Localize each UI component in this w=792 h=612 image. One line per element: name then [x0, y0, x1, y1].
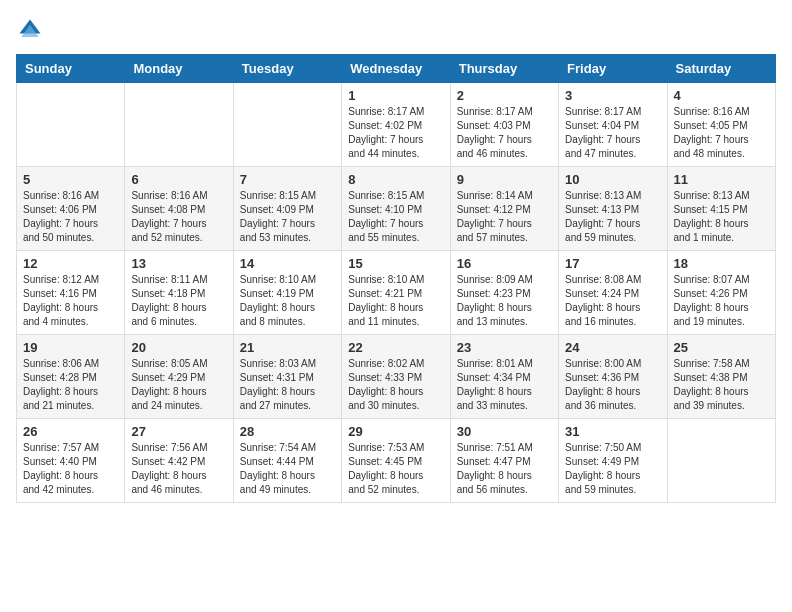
- calendar-cell: [125, 83, 233, 167]
- weekday-header: Tuesday: [233, 55, 341, 83]
- day-info: Sunrise: 8:03 AM Sunset: 4:31 PM Dayligh…: [240, 357, 335, 413]
- calendar-cell: [17, 83, 125, 167]
- day-number: 4: [674, 88, 769, 103]
- day-info: Sunrise: 7:53 AM Sunset: 4:45 PM Dayligh…: [348, 441, 443, 497]
- day-info: Sunrise: 8:10 AM Sunset: 4:21 PM Dayligh…: [348, 273, 443, 329]
- day-number: 26: [23, 424, 118, 439]
- day-info: Sunrise: 8:17 AM Sunset: 4:03 PM Dayligh…: [457, 105, 552, 161]
- day-info: Sunrise: 8:07 AM Sunset: 4:26 PM Dayligh…: [674, 273, 769, 329]
- calendar-week-row: 26Sunrise: 7:57 AM Sunset: 4:40 PM Dayli…: [17, 419, 776, 503]
- logo: [16, 16, 48, 44]
- day-info: Sunrise: 8:08 AM Sunset: 4:24 PM Dayligh…: [565, 273, 660, 329]
- day-number: 23: [457, 340, 552, 355]
- day-number: 2: [457, 88, 552, 103]
- day-number: 21: [240, 340, 335, 355]
- calendar-week-row: 19Sunrise: 8:06 AM Sunset: 4:28 PM Dayli…: [17, 335, 776, 419]
- calendar-cell: 22Sunrise: 8:02 AM Sunset: 4:33 PM Dayli…: [342, 335, 450, 419]
- day-number: 24: [565, 340, 660, 355]
- day-info: Sunrise: 7:56 AM Sunset: 4:42 PM Dayligh…: [131, 441, 226, 497]
- day-number: 9: [457, 172, 552, 187]
- day-number: 6: [131, 172, 226, 187]
- calendar-cell: 31Sunrise: 7:50 AM Sunset: 4:49 PM Dayli…: [559, 419, 667, 503]
- day-info: Sunrise: 8:09 AM Sunset: 4:23 PM Dayligh…: [457, 273, 552, 329]
- calendar-cell: 16Sunrise: 8:09 AM Sunset: 4:23 PM Dayli…: [450, 251, 558, 335]
- calendar-cell: 25Sunrise: 7:58 AM Sunset: 4:38 PM Dayli…: [667, 335, 775, 419]
- calendar-cell: 27Sunrise: 7:56 AM Sunset: 4:42 PM Dayli…: [125, 419, 233, 503]
- calendar-cell: 18Sunrise: 8:07 AM Sunset: 4:26 PM Dayli…: [667, 251, 775, 335]
- calendar-week-row: 1Sunrise: 8:17 AM Sunset: 4:02 PM Daylig…: [17, 83, 776, 167]
- calendar-cell: [667, 419, 775, 503]
- day-info: Sunrise: 8:13 AM Sunset: 4:15 PM Dayligh…: [674, 189, 769, 245]
- calendar-cell: 15Sunrise: 8:10 AM Sunset: 4:21 PM Dayli…: [342, 251, 450, 335]
- day-info: Sunrise: 8:14 AM Sunset: 4:12 PM Dayligh…: [457, 189, 552, 245]
- weekday-header: Monday: [125, 55, 233, 83]
- calendar-cell: 6Sunrise: 8:16 AM Sunset: 4:08 PM Daylig…: [125, 167, 233, 251]
- day-info: Sunrise: 8:06 AM Sunset: 4:28 PM Dayligh…: [23, 357, 118, 413]
- weekday-header: Sunday: [17, 55, 125, 83]
- day-number: 16: [457, 256, 552, 271]
- day-info: Sunrise: 8:17 AM Sunset: 4:02 PM Dayligh…: [348, 105, 443, 161]
- calendar-cell: 23Sunrise: 8:01 AM Sunset: 4:34 PM Dayli…: [450, 335, 558, 419]
- day-number: 11: [674, 172, 769, 187]
- day-number: 17: [565, 256, 660, 271]
- page-header: [16, 16, 776, 44]
- calendar-cell: 19Sunrise: 8:06 AM Sunset: 4:28 PM Dayli…: [17, 335, 125, 419]
- day-number: 31: [565, 424, 660, 439]
- day-info: Sunrise: 7:54 AM Sunset: 4:44 PM Dayligh…: [240, 441, 335, 497]
- calendar-header-row: SundayMondayTuesdayWednesdayThursdayFrid…: [17, 55, 776, 83]
- day-info: Sunrise: 7:57 AM Sunset: 4:40 PM Dayligh…: [23, 441, 118, 497]
- calendar-cell: 26Sunrise: 7:57 AM Sunset: 4:40 PM Dayli…: [17, 419, 125, 503]
- calendar-cell: 29Sunrise: 7:53 AM Sunset: 4:45 PM Dayli…: [342, 419, 450, 503]
- day-info: Sunrise: 8:02 AM Sunset: 4:33 PM Dayligh…: [348, 357, 443, 413]
- day-number: 30: [457, 424, 552, 439]
- day-info: Sunrise: 8:00 AM Sunset: 4:36 PM Dayligh…: [565, 357, 660, 413]
- calendar-cell: 9Sunrise: 8:14 AM Sunset: 4:12 PM Daylig…: [450, 167, 558, 251]
- day-number: 14: [240, 256, 335, 271]
- day-info: Sunrise: 8:15 AM Sunset: 4:09 PM Dayligh…: [240, 189, 335, 245]
- calendar-cell: [233, 83, 341, 167]
- day-number: 3: [565, 88, 660, 103]
- day-number: 25: [674, 340, 769, 355]
- day-number: 8: [348, 172, 443, 187]
- day-number: 28: [240, 424, 335, 439]
- calendar-cell: 10Sunrise: 8:13 AM Sunset: 4:13 PM Dayli…: [559, 167, 667, 251]
- day-number: 5: [23, 172, 118, 187]
- calendar-cell: 24Sunrise: 8:00 AM Sunset: 4:36 PM Dayli…: [559, 335, 667, 419]
- calendar-cell: 2Sunrise: 8:17 AM Sunset: 4:03 PM Daylig…: [450, 83, 558, 167]
- day-info: Sunrise: 8:16 AM Sunset: 4:06 PM Dayligh…: [23, 189, 118, 245]
- calendar-cell: 4Sunrise: 8:16 AM Sunset: 4:05 PM Daylig…: [667, 83, 775, 167]
- day-info: Sunrise: 7:51 AM Sunset: 4:47 PM Dayligh…: [457, 441, 552, 497]
- day-number: 27: [131, 424, 226, 439]
- calendar-cell: 1Sunrise: 8:17 AM Sunset: 4:02 PM Daylig…: [342, 83, 450, 167]
- day-number: 12: [23, 256, 118, 271]
- logo-icon: [16, 16, 44, 44]
- calendar-cell: 5Sunrise: 8:16 AM Sunset: 4:06 PM Daylig…: [17, 167, 125, 251]
- calendar-week-row: 5Sunrise: 8:16 AM Sunset: 4:06 PM Daylig…: [17, 167, 776, 251]
- calendar-table: SundayMondayTuesdayWednesdayThursdayFrid…: [16, 54, 776, 503]
- day-info: Sunrise: 8:12 AM Sunset: 4:16 PM Dayligh…: [23, 273, 118, 329]
- calendar-cell: 11Sunrise: 8:13 AM Sunset: 4:15 PM Dayli…: [667, 167, 775, 251]
- day-number: 22: [348, 340, 443, 355]
- calendar-cell: 28Sunrise: 7:54 AM Sunset: 4:44 PM Dayli…: [233, 419, 341, 503]
- weekday-header: Saturday: [667, 55, 775, 83]
- weekday-header: Friday: [559, 55, 667, 83]
- day-info: Sunrise: 8:16 AM Sunset: 4:05 PM Dayligh…: [674, 105, 769, 161]
- calendar-cell: 21Sunrise: 8:03 AM Sunset: 4:31 PM Dayli…: [233, 335, 341, 419]
- calendar-cell: 8Sunrise: 8:15 AM Sunset: 4:10 PM Daylig…: [342, 167, 450, 251]
- day-info: Sunrise: 8:11 AM Sunset: 4:18 PM Dayligh…: [131, 273, 226, 329]
- weekday-header: Wednesday: [342, 55, 450, 83]
- day-number: 7: [240, 172, 335, 187]
- day-number: 18: [674, 256, 769, 271]
- day-info: Sunrise: 8:16 AM Sunset: 4:08 PM Dayligh…: [131, 189, 226, 245]
- calendar-cell: 20Sunrise: 8:05 AM Sunset: 4:29 PM Dayli…: [125, 335, 233, 419]
- day-number: 19: [23, 340, 118, 355]
- calendar-cell: 3Sunrise: 8:17 AM Sunset: 4:04 PM Daylig…: [559, 83, 667, 167]
- calendar-cell: 17Sunrise: 8:08 AM Sunset: 4:24 PM Dayli…: [559, 251, 667, 335]
- calendar-cell: 13Sunrise: 8:11 AM Sunset: 4:18 PM Dayli…: [125, 251, 233, 335]
- calendar-cell: 12Sunrise: 8:12 AM Sunset: 4:16 PM Dayli…: [17, 251, 125, 335]
- day-info: Sunrise: 7:58 AM Sunset: 4:38 PM Dayligh…: [674, 357, 769, 413]
- day-info: Sunrise: 8:15 AM Sunset: 4:10 PM Dayligh…: [348, 189, 443, 245]
- calendar-week-row: 12Sunrise: 8:12 AM Sunset: 4:16 PM Dayli…: [17, 251, 776, 335]
- calendar-cell: 14Sunrise: 8:10 AM Sunset: 4:19 PM Dayli…: [233, 251, 341, 335]
- day-info: Sunrise: 8:01 AM Sunset: 4:34 PM Dayligh…: [457, 357, 552, 413]
